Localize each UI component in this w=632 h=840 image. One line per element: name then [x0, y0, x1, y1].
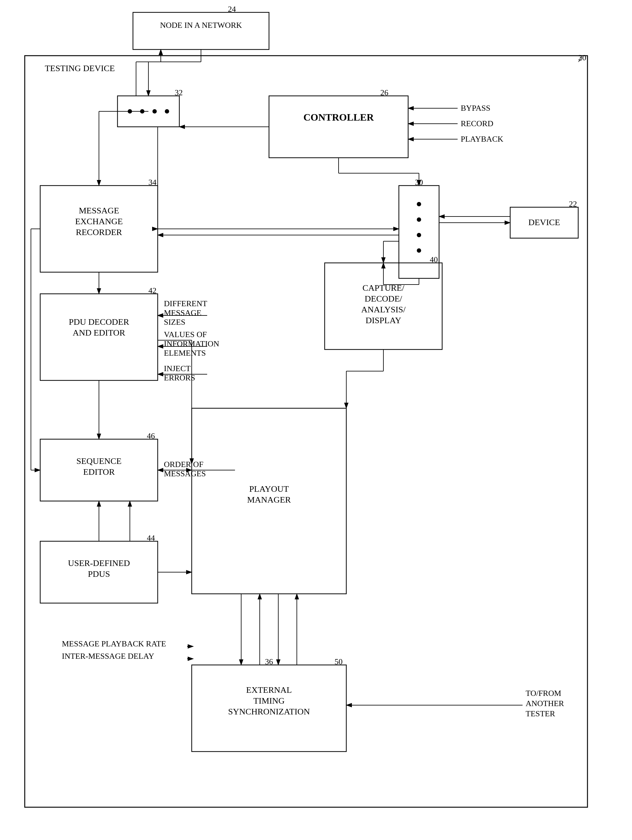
svg-text:24: 24	[228, 5, 236, 14]
svg-rect-0	[25, 56, 588, 807]
ext-timing-label3: SYNCHRONIZATION	[228, 707, 310, 716]
svg-rect-3	[269, 96, 408, 158]
tofrom-label3: TESTER	[526, 709, 555, 718]
diff-msg-label1: DIFFERENT	[164, 299, 207, 308]
ref-32: 32	[175, 88, 183, 97]
ref-50: 50	[334, 657, 343, 666]
svg-point-10	[153, 109, 157, 114]
playout-mgr-label1: PLAYOUT	[249, 484, 289, 494]
user-pdus-label1: USER-DEFINED	[68, 558, 130, 568]
inter-msg-label: INTER-MESSAGE DELAY	[62, 652, 154, 661]
svg-rect-1	[133, 13, 269, 49]
inject-errors-label1: INJECT	[164, 364, 191, 373]
diff-msg-label2: MESSAGE	[164, 308, 201, 317]
ref-44: 44	[147, 534, 155, 543]
playout-mgr-label2: MANAGER	[247, 495, 291, 504]
ref-26: 26	[380, 88, 388, 97]
svg-point-15	[417, 233, 421, 237]
playback-label: PLAYBACK	[461, 134, 503, 144]
bypass-label: BYPASS	[461, 104, 490, 112]
pdu-label2: AND EDITOR	[72, 328, 125, 338]
node-network-label: NODE IN A NETWORK	[160, 21, 242, 30]
seq-editor-label2: EDITOR	[83, 467, 115, 477]
tofrom-label1: TO/FROM	[526, 689, 561, 698]
svg-point-14	[417, 218, 421, 222]
record-label: RECORD	[461, 119, 493, 128]
ext-timing-label1: EXTERNAL	[246, 685, 292, 695]
device-label: DEVICE	[528, 218, 560, 227]
values-info-label3: ELEMENTS	[164, 349, 206, 357]
order-msgs-label: ORDER OF	[164, 460, 203, 469]
values-info-label1: VALUES OF	[164, 330, 207, 339]
inject-errors-label2: ERRORS	[164, 373, 195, 382]
ext-timing-label2: TIMING	[253, 696, 284, 706]
msg-playback-label: MESSAGE PLAYBACK RATE	[62, 639, 166, 648]
ref-40: 40	[430, 255, 438, 264]
svg-point-11	[165, 109, 169, 114]
ref-36: 36	[265, 657, 273, 666]
diff-msg-label3: SIZES	[164, 317, 185, 327]
svg-point-16	[417, 248, 421, 253]
ref-46: 46	[147, 431, 155, 441]
svg-point-13	[417, 202, 421, 206]
svg-rect-12	[399, 186, 439, 278]
testing-device-label: TESTING DEVICE	[45, 63, 115, 73]
pdu-label1: PDU DECODER	[69, 317, 129, 327]
ref-22: 22	[569, 199, 577, 208]
capture-label2: DECODE/	[364, 294, 402, 303]
diagram: 24 NODE IN A NETWORK TESTING DEVICE 20 2…	[0, 0, 632, 840]
tofrom-label2: ANOTHER	[526, 699, 564, 708]
capture-label3: ANALYSIS/	[361, 305, 406, 314]
user-pdus-label2: PDUS	[88, 569, 110, 579]
msg-exchange-label1: MESSAGE	[79, 206, 119, 215]
controller-label: CONTROLLER	[303, 112, 374, 123]
ref-34: 34	[148, 178, 156, 187]
ref-42: 42	[148, 286, 156, 295]
capture-label4: DISPLAY	[366, 316, 401, 325]
order-msgs-label2: MESSAGES	[164, 469, 206, 478]
msg-exchange-label2: EXCHANGE	[75, 216, 123, 226]
msg-exchange-label3: RECORDER	[76, 227, 122, 237]
seq-editor-label1: SEQUENCE	[76, 456, 121, 466]
